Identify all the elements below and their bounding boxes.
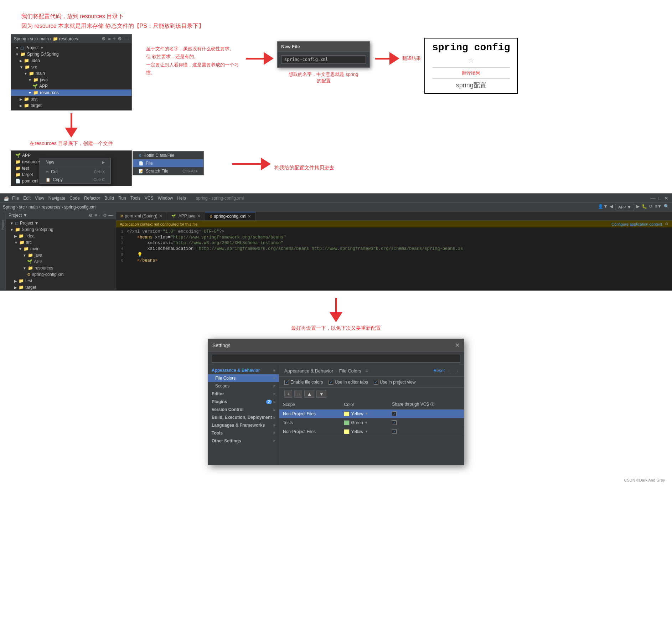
menu-help[interactable]: Help	[177, 196, 186, 201]
settings-back-btn[interactable]: ←	[448, 368, 453, 374]
table-row-1[interactable]: Non-Project Files Yellow ▼ ✓	[279, 409, 464, 418]
row2-color-dropdown[interactable]: Green ▼	[344, 420, 385, 425]
new-submenu: K Kotlin Class/File 📄 File 📝 Scratch Fil…	[133, 151, 204, 175]
table-row-3[interactable]: Non-Project Files Yellow ▼ ✓	[279, 427, 464, 436]
ide-test-item[interactable]: ▶ 📁 test	[6, 278, 116, 284]
checkbox-use-project-view[interactable]: ✓ Use in project view	[374, 380, 416, 385]
nav-section-build[interactable]: Build, Execution, Deployment ≡	[208, 413, 279, 421]
settings-reset-btn[interactable]: Reset	[434, 368, 445, 373]
table-remove-btn[interactable]: −	[294, 390, 302, 398]
nav-item-scopes[interactable]: Scopes ≡	[208, 382, 279, 390]
nav-section-vcs[interactable]: Version Control ≡	[208, 406, 279, 413]
tab-springconfig[interactable]: ⚙ spring-config.xml ✕	[205, 212, 256, 220]
ide-resources-item[interactable]: ▼ 📁 resources	[6, 265, 116, 271]
tree-item-src[interactable]: ▼ 📁 src	[11, 64, 131, 70]
table-row-2[interactable]: Tests Green ▼ ✓	[279, 418, 464, 427]
menu-view[interactable]: View	[35, 196, 44, 201]
tree-item-main[interactable]: ▼ 📁 main	[11, 70, 131, 77]
tool-icon4: 🐛	[642, 204, 647, 210]
ctx-menu-copy[interactable]: 📋 Copy Ctrl+C	[40, 176, 110, 184]
nav-editor-label: Editor	[212, 391, 224, 396]
nav-section-editor[interactable]: Editor ≡	[208, 390, 279, 398]
tree-item-java[interactable]: ▼ 📁 java	[11, 77, 131, 83]
settings-close-btn[interactable]: ✕	[455, 342, 460, 349]
nav-section-languages[interactable]: Languages & Frameworks ≡	[208, 421, 279, 429]
tree-item-spring[interactable]: ▼ 📁 Spring G:\Spring	[11, 51, 131, 57]
settings-content: Appearance & Behavior › File Colors ≡ Re…	[279, 365, 464, 464]
ide-main-item[interactable]: ▼ 📁 main	[6, 246, 116, 252]
tree-item-resources1[interactable]: ▼ 📁 resources	[11, 89, 131, 96]
ide-app-item[interactable]: 🌱 APP	[6, 258, 116, 265]
translation-arrow-label: 翻译结果	[402, 55, 421, 62]
menu-build[interactable]: Build	[104, 196, 114, 201]
menu-edit[interactable]: Edit	[23, 196, 31, 201]
nav-section-appearance[interactable]: Appearance & Behavior ≡	[208, 366, 279, 374]
settings-table-head: Scope Color Share through VCS ⓘ	[279, 400, 464, 409]
checkbox-use-project-view-box[interactable]: ✓	[374, 380, 378, 385]
menu-file[interactable]: File	[12, 196, 19, 201]
checkbox-enable-filecolors-box[interactable]: ✓	[284, 380, 289, 385]
row1-vcs-cell[interactable]: ✓	[392, 411, 460, 416]
menu-navigate[interactable]: Navigate	[48, 196, 65, 201]
row2-scope: Tests	[279, 418, 340, 427]
settings-content-header: Appearance & Behavior › File Colors ≡ Re…	[279, 365, 464, 377]
row3-color-dropdown[interactable]: Yellow ▼	[344, 429, 385, 434]
row2-vcs-checkbox[interactable]: ✓	[392, 420, 397, 425]
tree-item-idea[interactable]: ▶ 📁 .idea	[11, 57, 131, 64]
ide-titlebar-icons: — □ ✕	[651, 195, 668, 201]
tree-item-app1[interactable]: 🌱 APP	[11, 83, 131, 89]
row3-vcs-checkbox[interactable]: ✓	[392, 429, 397, 434]
settings-forward-btn[interactable]: →	[454, 368, 459, 374]
ide-configure-link[interactable]: Configure application context	[611, 222, 662, 226]
tool-icon6: ≡▼	[655, 204, 662, 210]
row1-color-dropdown[interactable]: Yellow ▼	[344, 411, 385, 416]
ide-project-item[interactable]: ▼ ◻ Project ▼	[6, 220, 116, 226]
table-add-btn[interactable]: +	[284, 390, 292, 398]
table-up-btn[interactable]: ▲	[304, 390, 314, 398]
line-num-1: 1	[116, 230, 127, 234]
tab-pom[interactable]: M pom.xml (Spring) ✕	[116, 212, 167, 220]
panel-icon5: —	[109, 213, 113, 218]
ide-spring-item[interactable]: ▼ 📁 Spring G:\Spring	[6, 226, 116, 233]
ide-warning-settings[interactable]: ⚙	[665, 222, 668, 226]
ide-idea-item[interactable]: ▶ 📁 .idea	[6, 233, 116, 239]
row1-color-swatch	[344, 411, 350, 416]
ide-title: spring - spring-config.xml	[196, 196, 244, 201]
ide-src-item[interactable]: ▼ 📁 src	[6, 239, 116, 246]
settings-search-input[interactable]	[212, 354, 460, 363]
settings-wrapper: Settings ✕ Appearance & Behavior ≡ File …	[0, 335, 672, 476]
submenu-file[interactable]: 📄 File	[133, 159, 203, 167]
tree-icon-minus: —	[124, 36, 129, 41]
menu-code[interactable]: Code	[69, 196, 80, 201]
menu-vcs[interactable]: VCS	[145, 196, 154, 201]
table-down-btn[interactable]: ▼	[316, 390, 326, 398]
ctx-menu-cut[interactable]: ✂ Cut Ctrl+X	[40, 168, 110, 176]
tool-app-run[interactable]: APP ▼	[615, 204, 634, 210]
checkbox-enable-filecolors[interactable]: ✓ Enable file colors	[284, 380, 323, 385]
submenu-kotlin[interactable]: K Kotlin Class/File	[133, 151, 203, 159]
ctx-menu-new[interactable]: New ▶	[40, 158, 110, 166]
ide-java-item[interactable]: ▼ 📁 java	[6, 252, 116, 258]
ide-target-item[interactable]: ▶ 📁 target	[6, 284, 116, 290]
tree-item-target1[interactable]: ▶ 📁 target	[11, 102, 131, 109]
menu-run[interactable]: Run	[118, 196, 126, 201]
submenu-scratch[interactable]: 📝 Scratch File Ctrl+Alt+	[133, 167, 203, 175]
row2-vcs-cell[interactable]: ✓	[392, 420, 460, 425]
tree-item-test1[interactable]: ▶ 📁 test	[11, 96, 131, 102]
nav-section-tools[interactable]: Tools ≡	[208, 429, 279, 437]
new-file-input[interactable]	[281, 55, 366, 64]
nav-section-plugins[interactable]: Plugins 2 ≡	[208, 398, 279, 406]
menu-window[interactable]: Window	[158, 196, 173, 201]
tree-item-project[interactable]: ▼ ◻ Project ▼	[11, 45, 131, 51]
tab-app[interactable]: 🌱 APP.java ✕	[167, 212, 205, 220]
nav-section-other[interactable]: Other Settings ≡	[208, 437, 279, 445]
ide-springconfig-item[interactable]: ⚙ spring-config.xml	[6, 271, 116, 278]
nav-item-filecolors[interactable]: File Colors ≡	[208, 374, 279, 382]
row3-vcs-cell[interactable]: ✓	[392, 429, 460, 434]
checkbox-use-editor-tabs[interactable]: ✓ Use in editor tabs	[329, 380, 368, 385]
checkbox-use-editor-tabs-box[interactable]: ✓	[329, 380, 333, 385]
menu-tools[interactable]: Tools	[130, 196, 140, 201]
code-line-2: 2 <beans xmlns="http://www.springframewo…	[116, 235, 672, 240]
menu-refactor[interactable]: Refactor	[84, 196, 100, 201]
row1-vcs-checkbox[interactable]: ✓	[392, 411, 397, 416]
